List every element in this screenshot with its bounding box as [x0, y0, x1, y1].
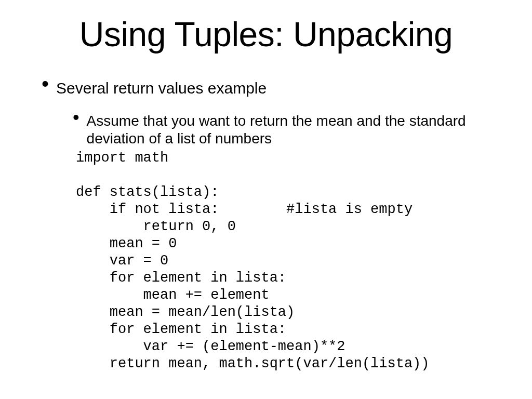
bullet-icon: • [73, 111, 79, 124]
bullet-item-1: • Several return values example [42, 79, 501, 98]
code-block: import math def stats(lista): if not lis… [76, 150, 501, 373]
slide: Using Tuples: Unpacking • Several return… [0, 0, 532, 399]
sub-bullet-item-1: • Assume that you want to return the mea… [73, 112, 501, 148]
sub-bullet-text: Assume that you want to return the mean … [87, 112, 501, 148]
slide-title: Using Tuples: Unpacking [31, 15, 501, 54]
bullet-text: Several return values example [56, 79, 267, 98]
bullet-icon: • [42, 76, 49, 91]
